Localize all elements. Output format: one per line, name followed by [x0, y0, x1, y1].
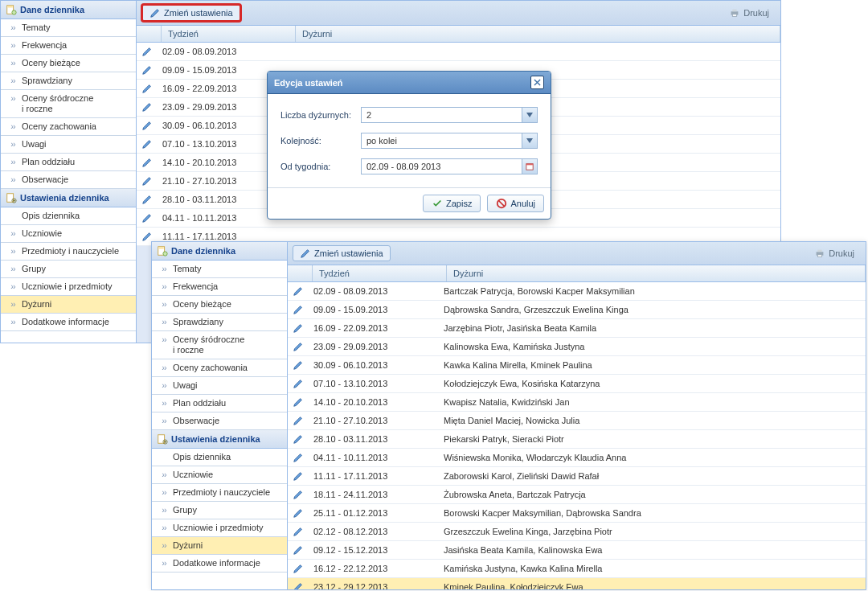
sidebar-item[interactable]: ››Dodatkowe informacje — [152, 555, 287, 573]
edit-row-button[interactable] — [288, 560, 309, 577]
sidebar-item[interactable]: ››Obserwacje — [152, 412, 287, 430]
sidebar-item[interactable]: ››Dodatkowe informacje — [1, 314, 136, 331]
sidebar-item[interactable]: ››Przedmioty i nauczyciele — [152, 484, 287, 502]
cell-tydzien: 23.09 - 29.09.2013 — [309, 338, 439, 355]
table-row[interactable]: 14.10 - 20.10.2013Kwapisz Natalia, Kwidz… — [288, 393, 866, 412]
chevron-right-icon: ›› — [9, 157, 17, 166]
sidebar-item[interactable]: ››Plan oddziału — [152, 395, 287, 412]
edit-row-button[interactable] — [288, 541, 309, 559]
grid-scroll-2[interactable]: 02.09 - 08.09.2013Bartczak Patrycja, Bor… — [288, 282, 866, 589]
edit-row-button[interactable] — [288, 412, 309, 429]
edit-row-button[interactable] — [137, 98, 158, 116]
edit-row-button[interactable] — [288, 523, 309, 540]
table-row[interactable]: 02.09 - 08.09.2013 — [137, 43, 780, 61]
sidebar-item[interactable]: ››Plan oddziału — [1, 154, 136, 171]
table-row[interactable]: 18.11 - 24.11.2013Żubrowska Aneta, Bartc… — [288, 486, 866, 504]
table-row[interactable]: 16.12 - 22.12.2013Kamińska Justyna, Kawk… — [288, 560, 866, 578]
table-row[interactable]: 02.12 - 08.12.2013Grzeszczuk Ewelina Kin… — [288, 523, 866, 541]
table-row[interactable]: 30.09 - 06.10.2013Kawka Kalina Mirella, … — [288, 356, 866, 375]
sidebar-item[interactable]: ››Oceny bieżące — [1, 55, 136, 72]
sidebar-item[interactable]: ››Uczniowie — [1, 225, 136, 243]
table-row[interactable]: 07.10 - 13.10.2013Kołodziejczyk Ewa, Kos… — [288, 375, 866, 393]
edit-row-button[interactable] — [288, 393, 309, 411]
edit-row-button[interactable] — [288, 467, 309, 485]
sidebar-item[interactable]: ››Uczniowie — [152, 466, 287, 484]
liczba-dyzurnych-trigger[interactable] — [522, 107, 538, 123]
print-button-1[interactable]: Drukuj — [723, 6, 776, 20]
table-row[interactable]: 16.09 - 22.09.2013Jarzębina Piotr, Jasiń… — [288, 319, 866, 338]
edit-row-button[interactable] — [137, 80, 158, 97]
edit-row-button[interactable] — [288, 578, 309, 589]
edit-row-button[interactable] — [288, 338, 309, 355]
sidebar-item[interactable]: ››Oceny bieżące — [152, 296, 287, 314]
edit-row-button[interactable] — [137, 43, 158, 60]
table-row[interactable]: 23.09 - 29.09.2013Kalinowska Ewa, Kamińs… — [288, 338, 866, 356]
sidebar-item[interactable]: ››Opis dziennika — [152, 449, 287, 466]
edit-row-button[interactable] — [288, 282, 309, 300]
col-tydzien[interactable]: Tydzień — [162, 26, 296, 42]
save-button[interactable]: Zapisz — [423, 195, 481, 212]
sidebar-item[interactable]: ››Grupy — [152, 502, 287, 519]
edit-row-button[interactable] — [137, 135, 158, 153]
sidebar-item[interactable]: ››Dyżurni — [152, 537, 287, 555]
change-settings-button-2[interactable]: Zmień ustawienia — [293, 245, 391, 261]
table-row[interactable]: 11.11 - 17.11.2013Zaborowski Karol, Ziel… — [288, 467, 866, 486]
edit-row-button[interactable] — [137, 191, 158, 208]
edit-row-button[interactable] — [288, 504, 309, 522]
col-tydzien[interactable]: Tydzień — [313, 265, 447, 281]
sidebar-item[interactable]: ››Uczniowie i przedmioty — [152, 519, 287, 537]
sidebar-item[interactable]: ››Przedmioty i nauczyciele — [1, 243, 136, 261]
dialog-close-button[interactable] — [530, 76, 544, 89]
edit-row-button[interactable] — [137, 172, 158, 190]
edit-row-button[interactable] — [288, 375, 309, 392]
table-row[interactable]: 04.11 - 10.11.2013Wiśniewska Monika, Wło… — [288, 449, 866, 467]
col-dyzurni[interactable]: Dyżurni — [447, 265, 866, 281]
sidebar-item[interactable]: ››Frekwencja — [1, 37, 136, 55]
sidebar-item[interactable]: ››Tematy — [152, 261, 287, 278]
sidebar-item[interactable]: ››Obserwacje — [1, 171, 136, 189]
col-dyzurni[interactable]: Dyżurni — [296, 26, 780, 42]
table-row[interactable]: 28.10 - 03.11.2013Piekarski Patryk, Sier… — [288, 430, 866, 449]
kolejnosc-trigger[interactable] — [522, 133, 538, 149]
edit-row-button[interactable] — [288, 486, 309, 503]
table-row[interactable]: 23.12 - 29.12.2013Kminek Paulina, Kołodz… — [288, 578, 866, 589]
edit-row-button[interactable] — [288, 356, 309, 374]
sidebar-item[interactable]: ››Sprawdziany — [152, 314, 287, 331]
cancel-button[interactable]: Anuluj — [487, 195, 544, 212]
pencil-icon — [300, 248, 311, 259]
sidebar-item[interactable]: ››Grupy — [1, 261, 136, 278]
od-tygodnia-field[interactable] — [361, 158, 522, 174]
table-row[interactable]: 09.09 - 15.09.2013Dąbrowska Sandra, Grze… — [288, 301, 866, 319]
print-button-2[interactable]: Drukuj — [808, 246, 861, 261]
table-row[interactable]: 21.10 - 27.10.2013Mięta Daniel Maciej, N… — [288, 412, 866, 430]
sidebar-item[interactable]: ››Oceny zachowania — [1, 118, 136, 136]
liczba-dyzurnych-field[interactable] — [361, 107, 522, 123]
sidebar-item[interactable]: ››Uczniowie i przedmioty — [1, 278, 136, 296]
sidebar-item[interactable]: ››Oceny śródrocznei roczne — [1, 90, 136, 118]
edit-row-button[interactable] — [288, 430, 309, 448]
sidebar-item[interactable]: ››Sprawdziany — [1, 72, 136, 90]
sidebar-item[interactable]: ››Frekwencja — [152, 278, 287, 296]
sidebar-item[interactable]: ››Uwagi — [1, 136, 136, 154]
nav-group-1: ››Tematy››Frekwencja››Oceny bieżące››Spr… — [1, 19, 136, 189]
kolejnosc-field[interactable] — [361, 133, 522, 149]
sidebar-item[interactable]: ››Tematy — [1, 19, 136, 37]
edit-row-button[interactable] — [137, 154, 158, 171]
od-tygodnia-trigger[interactable] — [522, 158, 538, 174]
sidebar-item[interactable]: ››Oceny zachowania — [152, 359, 287, 377]
change-settings-button-1[interactable]: Zmień ustawienia — [141, 4, 241, 22]
table-row[interactable]: 02.09 - 08.09.2013Bartczak Patrycja, Bor… — [288, 282, 866, 301]
sidebar-item[interactable]: ››Opis dziennika — [1, 207, 136, 225]
edit-row-button[interactable] — [288, 449, 309, 466]
sidebar-item[interactable]: ››Dyżurni — [1, 296, 136, 314]
edit-row-button[interactable] — [137, 209, 158, 227]
table-row[interactable]: 25.11 - 01.12.2013Borowski Kacper Maksym… — [288, 504, 866, 523]
edit-row-button[interactable] — [137, 61, 158, 79]
table-row[interactable]: 09.12 - 15.12.2013Jasińska Beata Kamila,… — [288, 541, 866, 560]
edit-row-button[interactable] — [137, 117, 158, 134]
sidebar-item[interactable]: ››Oceny śródrocznei roczne — [152, 331, 287, 359]
sidebar-item[interactable]: ››Uwagi — [152, 377, 287, 395]
edit-row-button[interactable] — [288, 301, 309, 318]
edit-row-button[interactable] — [288, 319, 309, 337]
cell-tydzien: 28.10 - 03.11.2013 — [309, 430, 439, 448]
